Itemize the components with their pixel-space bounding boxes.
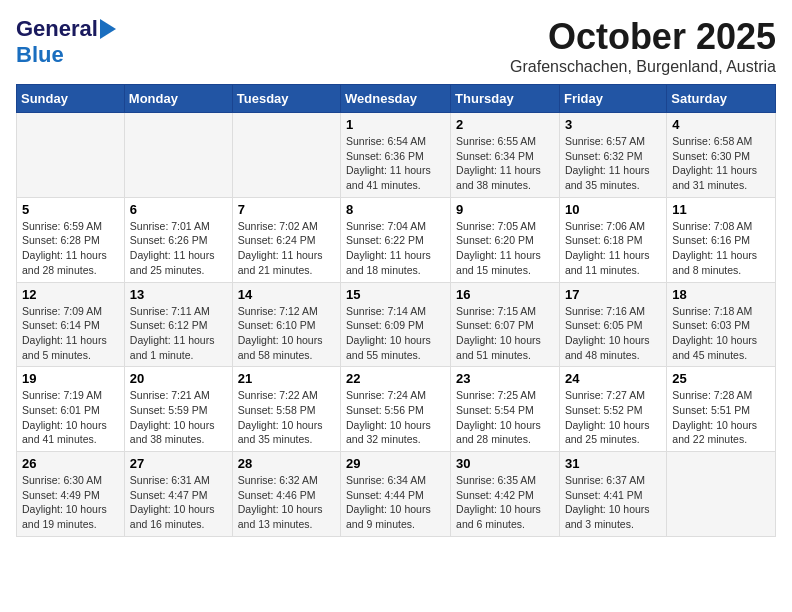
day-number: 23: [456, 371, 554, 386]
day-number: 12: [22, 287, 119, 302]
day-number: 31: [565, 456, 661, 471]
day-info: Sunrise: 7:02 AM Sunset: 6:24 PM Dayligh…: [238, 219, 335, 278]
calendar-week-1: 1Sunrise: 6:54 AM Sunset: 6:36 PM Daylig…: [17, 113, 776, 198]
day-info: Sunrise: 7:18 AM Sunset: 6:03 PM Dayligh…: [672, 304, 770, 363]
day-number: 20: [130, 371, 227, 386]
day-number: 27: [130, 456, 227, 471]
day-number: 3: [565, 117, 661, 132]
day-info: Sunrise: 7:09 AM Sunset: 6:14 PM Dayligh…: [22, 304, 119, 363]
calendar-cell: 9Sunrise: 7:05 AM Sunset: 6:20 PM Daylig…: [451, 197, 560, 282]
day-number: 16: [456, 287, 554, 302]
day-number: 6: [130, 202, 227, 217]
day-number: 15: [346, 287, 445, 302]
calendar-cell: 30Sunrise: 6:35 AM Sunset: 4:42 PM Dayli…: [451, 452, 560, 537]
calendar-cell: 31Sunrise: 6:37 AM Sunset: 4:41 PM Dayli…: [559, 452, 666, 537]
calendar-cell: 18Sunrise: 7:18 AM Sunset: 6:03 PM Dayli…: [667, 282, 776, 367]
day-number: 30: [456, 456, 554, 471]
calendar-cell: 17Sunrise: 7:16 AM Sunset: 6:05 PM Dayli…: [559, 282, 666, 367]
day-info: Sunrise: 7:28 AM Sunset: 5:51 PM Dayligh…: [672, 388, 770, 447]
header-tuesday: Tuesday: [232, 85, 340, 113]
day-number: 18: [672, 287, 770, 302]
day-info: Sunrise: 7:16 AM Sunset: 6:05 PM Dayligh…: [565, 304, 661, 363]
day-info: Sunrise: 6:31 AM Sunset: 4:47 PM Dayligh…: [130, 473, 227, 532]
day-info: Sunrise: 7:22 AM Sunset: 5:58 PM Dayligh…: [238, 388, 335, 447]
day-number: 21: [238, 371, 335, 386]
calendar-cell: 20Sunrise: 7:21 AM Sunset: 5:59 PM Dayli…: [124, 367, 232, 452]
day-info: Sunrise: 6:30 AM Sunset: 4:49 PM Dayligh…: [22, 473, 119, 532]
day-number: 14: [238, 287, 335, 302]
calendar-cell: 26Sunrise: 6:30 AM Sunset: 4:49 PM Dayli…: [17, 452, 125, 537]
day-info: Sunrise: 6:59 AM Sunset: 6:28 PM Dayligh…: [22, 219, 119, 278]
day-info: Sunrise: 7:15 AM Sunset: 6:07 PM Dayligh…: [456, 304, 554, 363]
day-info: Sunrise: 7:06 AM Sunset: 6:18 PM Dayligh…: [565, 219, 661, 278]
calendar-cell: 15Sunrise: 7:14 AM Sunset: 6:09 PM Dayli…: [341, 282, 451, 367]
logo-blue: Blue: [16, 42, 64, 68]
day-number: 8: [346, 202, 445, 217]
calendar-cell: 6Sunrise: 7:01 AM Sunset: 6:26 PM Daylig…: [124, 197, 232, 282]
day-info: Sunrise: 6:35 AM Sunset: 4:42 PM Dayligh…: [456, 473, 554, 532]
day-number: 26: [22, 456, 119, 471]
calendar-cell: 21Sunrise: 7:22 AM Sunset: 5:58 PM Dayli…: [232, 367, 340, 452]
day-info: Sunrise: 6:34 AM Sunset: 4:44 PM Dayligh…: [346, 473, 445, 532]
day-info: Sunrise: 6:57 AM Sunset: 6:32 PM Dayligh…: [565, 134, 661, 193]
day-info: Sunrise: 6:58 AM Sunset: 6:30 PM Dayligh…: [672, 134, 770, 193]
header-sunday: Sunday: [17, 85, 125, 113]
day-number: 29: [346, 456, 445, 471]
calendar-week-3: 12Sunrise: 7:09 AM Sunset: 6:14 PM Dayli…: [17, 282, 776, 367]
day-info: Sunrise: 7:11 AM Sunset: 6:12 PM Dayligh…: [130, 304, 227, 363]
day-info: Sunrise: 7:25 AM Sunset: 5:54 PM Dayligh…: [456, 388, 554, 447]
calendar-cell: 29Sunrise: 6:34 AM Sunset: 4:44 PM Dayli…: [341, 452, 451, 537]
day-info: Sunrise: 6:32 AM Sunset: 4:46 PM Dayligh…: [238, 473, 335, 532]
calendar-cell: 14Sunrise: 7:12 AM Sunset: 6:10 PM Dayli…: [232, 282, 340, 367]
calendar-cell: 8Sunrise: 7:04 AM Sunset: 6:22 PM Daylig…: [341, 197, 451, 282]
logo-arrow-icon: [100, 19, 116, 39]
header-saturday: Saturday: [667, 85, 776, 113]
day-number: 10: [565, 202, 661, 217]
day-info: Sunrise: 6:37 AM Sunset: 4:41 PM Dayligh…: [565, 473, 661, 532]
header-monday: Monday: [124, 85, 232, 113]
header-friday: Friday: [559, 85, 666, 113]
day-info: Sunrise: 6:54 AM Sunset: 6:36 PM Dayligh…: [346, 134, 445, 193]
calendar-table: SundayMondayTuesdayWednesdayThursdayFrid…: [16, 84, 776, 537]
day-info: Sunrise: 7:08 AM Sunset: 6:16 PM Dayligh…: [672, 219, 770, 278]
day-number: 5: [22, 202, 119, 217]
calendar-cell: 10Sunrise: 7:06 AM Sunset: 6:18 PM Dayli…: [559, 197, 666, 282]
day-number: 2: [456, 117, 554, 132]
day-number: 28: [238, 456, 335, 471]
logo: General Blue: [16, 16, 116, 68]
day-number: 7: [238, 202, 335, 217]
day-number: 11: [672, 202, 770, 217]
day-number: 13: [130, 287, 227, 302]
month-title: October 2025: [510, 16, 776, 58]
day-number: 1: [346, 117, 445, 132]
day-number: 9: [456, 202, 554, 217]
calendar-cell: 24Sunrise: 7:27 AM Sunset: 5:52 PM Dayli…: [559, 367, 666, 452]
logo-general: General: [16, 16, 98, 42]
calendar-cell: 7Sunrise: 7:02 AM Sunset: 6:24 PM Daylig…: [232, 197, 340, 282]
title-section: October 2025 Grafenschachen, Burgenland,…: [510, 16, 776, 76]
calendar-cell: 16Sunrise: 7:15 AM Sunset: 6:07 PM Dayli…: [451, 282, 560, 367]
header-wednesday: Wednesday: [341, 85, 451, 113]
page-header: General Blue October 2025 Grafenschachen…: [16, 16, 776, 76]
day-info: Sunrise: 7:24 AM Sunset: 5:56 PM Dayligh…: [346, 388, 445, 447]
day-number: 19: [22, 371, 119, 386]
calendar-cell: [232, 113, 340, 198]
calendar-week-4: 19Sunrise: 7:19 AM Sunset: 6:01 PM Dayli…: [17, 367, 776, 452]
calendar-cell: 23Sunrise: 7:25 AM Sunset: 5:54 PM Dayli…: [451, 367, 560, 452]
calendar-cell: [124, 113, 232, 198]
day-info: Sunrise: 6:55 AM Sunset: 6:34 PM Dayligh…: [456, 134, 554, 193]
calendar-week-2: 5Sunrise: 6:59 AM Sunset: 6:28 PM Daylig…: [17, 197, 776, 282]
calendar-cell: 2Sunrise: 6:55 AM Sunset: 6:34 PM Daylig…: [451, 113, 560, 198]
calendar-week-5: 26Sunrise: 6:30 AM Sunset: 4:49 PM Dayli…: [17, 452, 776, 537]
day-number: 17: [565, 287, 661, 302]
header-thursday: Thursday: [451, 85, 560, 113]
calendar-cell: 19Sunrise: 7:19 AM Sunset: 6:01 PM Dayli…: [17, 367, 125, 452]
day-number: 22: [346, 371, 445, 386]
calendar-cell: 1Sunrise: 6:54 AM Sunset: 6:36 PM Daylig…: [341, 113, 451, 198]
day-info: Sunrise: 7:21 AM Sunset: 5:59 PM Dayligh…: [130, 388, 227, 447]
day-info: Sunrise: 7:05 AM Sunset: 6:20 PM Dayligh…: [456, 219, 554, 278]
calendar-cell: 27Sunrise: 6:31 AM Sunset: 4:47 PM Dayli…: [124, 452, 232, 537]
calendar-cell: 3Sunrise: 6:57 AM Sunset: 6:32 PM Daylig…: [559, 113, 666, 198]
day-info: Sunrise: 7:04 AM Sunset: 6:22 PM Dayligh…: [346, 219, 445, 278]
calendar-cell: 28Sunrise: 6:32 AM Sunset: 4:46 PM Dayli…: [232, 452, 340, 537]
